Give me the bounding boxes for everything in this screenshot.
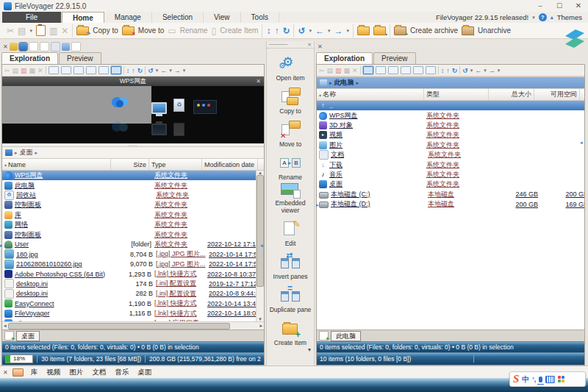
file-row[interactable]: 210628081010260.jpg9,070 B[.jpg] JPG 图片.…: [2, 260, 257, 269]
up-icon[interactable]: ↑: [446, 67, 450, 74]
breadcrumb-segment[interactable]: 此电脑: [334, 78, 354, 88]
file-row[interactable]: 文档系统文件夹: [317, 150, 584, 160]
file-row[interactable]: 控制面板系统文件夹: [2, 229, 257, 239]
add-tab-icon[interactable]: [319, 331, 329, 341]
pane-grip[interactable]: ▸: [0, 243, 3, 249]
help-icon[interactable]: ?: [539, 13, 547, 21]
ribbon-tab-file[interactable]: File: [2, 12, 62, 23]
scroll-down-icon[interactable]: ▼: [258, 317, 262, 321]
view-details-icon[interactable]: [49, 66, 59, 74]
document-location-icon[interactable]: [29, 42, 38, 51]
sogou-logo-icon[interactable]: S: [513, 373, 519, 385]
folder-icon[interactable]: [12, 368, 24, 377]
history-icon[interactable]: ↺: [462, 67, 468, 74]
quick-link[interactable]: 视频: [46, 368, 60, 377]
ribbon-tab-manage[interactable]: Manage: [104, 12, 152, 23]
column-size[interactable]: Size: [111, 159, 149, 170]
view-thumbnails-icon[interactable]: [98, 66, 109, 74]
create-archive-icon[interactable]: +: [394, 26, 406, 35]
document-location-icon[interactable]: [40, 42, 49, 51]
file-row[interactable]: 视频系统文件夹: [317, 130, 584, 140]
save-icon[interactable]: ▦: [29, 67, 36, 74]
edit-button[interactable]: ✎Edit: [267, 214, 314, 247]
zip-location-icon[interactable]: [10, 43, 18, 51]
file-row[interactable]: FileVoyager_Setup_20.1.20.0_Full.exe32,7…: [2, 318, 257, 321]
back-caret-icon[interactable]: ▾: [484, 68, 487, 74]
view-tiles-icon[interactable]: [376, 66, 386, 74]
copy-to-button[interactable]: Copy to: [93, 26, 118, 35]
cut-icon[interactable]: ✂: [7, 26, 14, 36]
maximize-button[interactable]: ☐: [550, 0, 569, 12]
secure-folder-icon[interactable]: •: [373, 26, 386, 35]
file-row[interactable]: User[folder]系统文件夹2022-10-12 17:1...: [2, 240, 257, 249]
forward-caret-icon[interactable]: ▾: [498, 68, 501, 74]
copy-icon[interactable]: ▤: [18, 26, 26, 36]
file-row[interactable]: 库系统文件夹: [2, 210, 257, 220]
view-list-icon[interactable]: [388, 66, 398, 74]
scroll-thumb[interactable]: [8, 323, 230, 329]
file-name[interactable]: desktop.ini: [16, 290, 115, 297]
embedded-viewer-button[interactable]: Embedded viewer: [267, 181, 314, 214]
create-item-button[interactable]: +Create Item: [267, 313, 314, 346]
viewer-close-icon[interactable]: ✕: [256, 78, 261, 85]
history-icon[interactable]: ↺: [298, 26, 305, 36]
file-name[interactable]: 此电脑: [15, 181, 113, 190]
file-row[interactable]: ..: [317, 101, 584, 110]
file-name[interactable]: FileVoyager: [15, 310, 113, 317]
view-carousel-icon[interactable]: [111, 66, 121, 74]
right-location-tab[interactable]: 此电脑: [331, 331, 361, 341]
file-name[interactable]: 视频: [329, 130, 426, 140]
file-row[interactable]: 图片系统文件夹: [317, 140, 584, 150]
forward-caret-icon[interactable]: ▾: [183, 68, 186, 74]
ribbon-tab-view[interactable]: View: [204, 12, 241, 23]
scroll-thumb[interactable]: [257, 175, 264, 287]
move-to-button[interactable]: Move to: [138, 26, 165, 35]
file-name[interactable]: 图片: [329, 140, 426, 150]
tab-exploration[interactable]: Exploration: [316, 52, 373, 64]
file-row[interactable]: 此电脑系统文件夹: [2, 180, 257, 190]
close-strip-icon[interactable]: ✕: [307, 42, 312, 48]
file-row[interactable]: WPS网盘系统文件夹: [2, 171, 257, 180]
computer-location-icon[interactable]: [19, 43, 27, 51]
refresh-icon[interactable]: ↻: [452, 67, 458, 74]
rename-icon[interactable]: ▭: [168, 26, 176, 36]
save-icon[interactable]: ▦: [344, 67, 351, 74]
close-toolbar-icon[interactable]: ✕: [3, 369, 8, 376]
paste-icon[interactable]: [36, 25, 46, 36]
add-tab-icon[interactable]: [4, 331, 14, 341]
history-caret-icon[interactable]: ▾: [156, 68, 159, 74]
forward-icon[interactable]: →: [489, 67, 495, 74]
back-caret-icon[interactable]: ▾: [169, 68, 172, 74]
cut-icon[interactable]: ✂: [319, 67, 325, 74]
column-free-space[interactable]: 可用空间: [534, 89, 580, 100]
file-row[interactable]: 本地磁盘 (C:)本地磁盘246 GB200 GB: [317, 190, 584, 199]
breadcrumb-arrow-icon[interactable]: ▸: [35, 150, 38, 156]
column-type[interactable]: 类型: [424, 89, 489, 100]
left-location-tab[interactable]: 桌面: [16, 331, 40, 341]
paste-icon[interactable]: ▥: [21, 67, 27, 74]
file-name[interactable]: 文档: [331, 150, 428, 160]
unarchive-button[interactable]: Unarchive: [478, 26, 511, 35]
view-thumbnails-icon[interactable]: [413, 66, 423, 74]
open-item-button[interactable]: ⚙⚙Open item: [267, 49, 314, 82]
back-icon[interactable]: ←: [315, 26, 324, 36]
history-icon[interactable]: ↺: [148, 67, 154, 74]
quick-link[interactable]: 库: [31, 368, 38, 377]
tool-strip-handle[interactable]: ┄┄┄┄┄┄✕: [267, 41, 314, 49]
strip-overflow-icon[interactable]: ▾: [267, 346, 314, 353]
pane-grip[interactable]: ◂: [260, 243, 263, 249]
file-row[interactable]: desktop.ini282 B[.ini] 配置设置2022-10-8 9:4…: [2, 289, 257, 299]
announcement-caret-icon[interactable]: ▾: [532, 15, 535, 21]
file-row[interactable]: 本地磁盘 (D:)本地磁盘200 GB169 GB: [317, 199, 584, 209]
forward-icon[interactable]: →: [174, 67, 181, 74]
collapse-all-icon[interactable]: ↕: [441, 67, 445, 74]
file-row[interactable]: 网络系统文件夹: [2, 220, 257, 229]
punctuation-icon[interactable]: ’,: [532, 376, 536, 383]
file-name[interactable]: 回收站: [16, 190, 115, 200]
cut-icon[interactable]: ✂: [4, 67, 10, 74]
file-name[interactable]: Adobe Photoshop CS5 (64 Bit): [15, 271, 113, 278]
file-name[interactable]: 本地磁盘 (D:): [331, 199, 428, 209]
view-carousel-icon[interactable]: [426, 66, 436, 74]
column-name[interactable]: 名称: [323, 90, 336, 99]
minimize-button[interactable]: –: [531, 0, 550, 12]
